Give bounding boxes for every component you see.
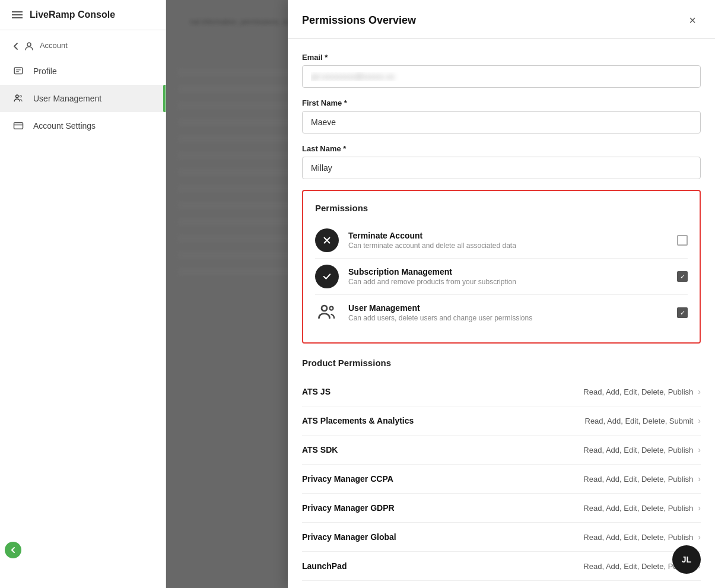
ats-sdk-perms: Read, Add, Edit, Delete, Publish › <box>583 445 701 454</box>
firstname-label: First Name * <box>302 98 701 107</box>
users-icon <box>316 302 338 323</box>
terminate-account-name: Terminate Account <box>348 231 668 240</box>
user-management-icon <box>12 92 25 105</box>
subscription-name: Subscription Management <box>348 267 668 276</box>
hamburger-icon[interactable] <box>12 11 23 18</box>
product-item-privacy-ccpa[interactable]: Privacy Manager CCPA Read, Add, Edit, De… <box>302 465 701 494</box>
user-mgmt-info: User Management Can add users, delete us… <box>348 303 668 322</box>
product-permissions-section: Product Permissions ATS JS Read, Add, Ed… <box>302 358 701 588</box>
subscription-management-icon <box>315 265 339 288</box>
sidebar-back-label: Account <box>24 41 68 52</box>
user-mgmt-checkbox[interactable] <box>677 307 688 318</box>
account-icon <box>24 41 34 52</box>
ats-sdk-chevron-icon: › <box>698 445 701 454</box>
sidebar-header: LiveRamp Console <box>0 0 166 30</box>
permissions-section: Permissions Terminate Account Can termin… <box>302 190 701 344</box>
privacy-gdpr-perms: Read, Add, Edit, Delete, Publish › <box>583 503 701 513</box>
privacy-ccpa-name: Privacy Manager CCPA <box>302 474 393 484</box>
sidebar-item-label-profile: Profile <box>33 66 57 76</box>
modal-header: Permissions Overview × <box>288 0 715 39</box>
profile-icon <box>12 65 25 78</box>
subscription-desc: Can add and remove products from your su… <box>348 278 668 286</box>
collapse-icon <box>9 546 17 554</box>
ats-js-name: ATS JS <box>302 387 331 396</box>
privacy-global-name: Privacy Manager Global <box>302 532 396 542</box>
permission-item-terminate-account: Terminate Account Can terminate account … <box>315 223 688 259</box>
ats-js-perms-text: Read, Add, Edit, Delete, Publish <box>583 387 693 396</box>
terminate-account-checkbox[interactable] <box>677 235 688 246</box>
firstname-input[interactable] <box>302 111 701 134</box>
sidebar: LiveRamp Console Account Profile User Ma… <box>0 0 166 588</box>
privacy-global-chevron-icon: › <box>698 532 701 542</box>
account-settings-icon <box>12 119 25 132</box>
privacy-gdpr-perms-text: Read, Add, Edit, Delete, Publish <box>583 504 693 513</box>
modal-overlay: Permissions Overview × Email * First Nam… <box>166 0 715 588</box>
product-item-ats-placements[interactable]: ATS Placements & Analytics Read, Add, Ed… <box>302 406 701 436</box>
sidebar-nav: Account Profile User Management Account … <box>0 30 166 144</box>
ats-placements-perms: Read, Add, Edit, Delete, Submit › <box>585 416 701 425</box>
user-mgmt-desc: Can add users, delete users and change u… <box>348 314 668 322</box>
product-item-privacy-gdpr[interactable]: Privacy Manager GDPR Read, Add, Edit, De… <box>302 494 701 523</box>
user-mgmt-perm-icon <box>315 301 339 325</box>
ats-placements-chevron-icon: › <box>698 416 701 425</box>
sidebar-item-profile[interactable]: Profile <box>0 58 166 85</box>
lastname-input[interactable] <box>302 157 701 179</box>
permission-item-subscription: Subscription Management Can add and remo… <box>315 259 688 295</box>
product-item-ats-sdk[interactable]: ATS SDK Read, Add, Edit, Delete, Publish… <box>302 436 701 465</box>
product-item-launchpad[interactable]: LaunchPad Read, Add, Edit, Delete, Publi… <box>302 552 701 581</box>
ats-sdk-name: ATS SDK <box>302 445 338 454</box>
svg-point-5 <box>20 96 21 97</box>
svg-point-0 <box>27 43 31 46</box>
checkmark-icon <box>322 271 332 282</box>
ats-placements-name: ATS Placements & Analytics <box>302 416 414 425</box>
ats-js-chevron-icon: › <box>698 387 701 396</box>
modal-title: Permissions Overview <box>302 14 416 27</box>
privacy-global-perms-text: Read, Add, Edit, Delete, Publish <box>583 533 693 542</box>
permissions-modal: Permissions Overview × Email * First Nam… <box>288 0 715 588</box>
privacy-global-perms: Read, Add, Edit, Delete, Publish › <box>583 532 701 542</box>
lastname-label: Last Name * <box>302 144 701 153</box>
ats-placements-perms-text: Read, Add, Edit, Delete, Submit <box>585 417 694 425</box>
product-permissions-title: Product Permissions <box>302 358 701 368</box>
product-item-preferencelink[interactable]: PreferenceLink Enterprise Read, Add, Edi… <box>302 581 701 588</box>
firstname-field-group: First Name * <box>302 98 701 134</box>
product-item-ats-js[interactable]: ATS JS Read, Add, Edit, Delete, Publish … <box>302 377 701 406</box>
sidebar-item-user-management[interactable]: User Management <box>0 85 166 112</box>
privacy-ccpa-perms: Read, Add, Edit, Delete, Publish › <box>583 474 701 484</box>
lastname-field-group: Last Name * <box>302 144 701 179</box>
ats-js-perms: Read, Add, Edit, Delete, Publish › <box>583 387 701 396</box>
svg-point-12 <box>322 306 327 311</box>
svg-rect-1 <box>14 68 23 74</box>
sidebar-back-account[interactable]: Account <box>0 35 166 58</box>
terminate-account-info: Terminate Account Can terminate account … <box>348 231 668 250</box>
privacy-gdpr-name: Privacy Manager GDPR <box>302 503 395 513</box>
sidebar-item-label-account-settings: Account Settings <box>33 121 96 131</box>
back-arrow-icon <box>12 42 20 50</box>
subscription-checkbox[interactable] <box>677 271 688 282</box>
user-avatar-initials: JL <box>682 555 691 564</box>
close-button[interactable]: × <box>684 12 701 28</box>
user-avatar-button[interactable]: JL <box>672 545 701 574</box>
x-icon <box>322 235 332 246</box>
terminate-account-desc: Can terminate account and delete all ass… <box>348 241 668 250</box>
svg-point-4 <box>16 95 19 98</box>
modal-body: Email * First Name * Last Name * Permiss… <box>288 39 715 588</box>
terminate-account-icon <box>315 228 339 252</box>
subscription-info: Subscription Management Can add and remo… <box>348 267 668 286</box>
svg-rect-6 <box>14 123 23 129</box>
sidebar-collapse-btn[interactable] <box>0 536 21 564</box>
main-content-area: nal information, permissions, sub... Per… <box>166 0 715 588</box>
svg-point-13 <box>330 307 333 310</box>
product-item-privacy-global[interactable]: Privacy Manager Global Read, Add, Edit, … <box>302 523 701 552</box>
permissions-section-title: Permissions <box>315 203 688 213</box>
sidebar-item-account-settings[interactable]: Account Settings <box>0 112 166 139</box>
privacy-ccpa-perms-text: Read, Add, Edit, Delete, Publish <box>583 475 693 484</box>
email-input[interactable] <box>302 65 701 88</box>
privacy-ccpa-chevron-icon: › <box>698 474 701 484</box>
privacy-gdpr-chevron-icon: › <box>698 503 701 513</box>
email-field-group: Email * <box>302 53 701 88</box>
user-mgmt-perm-name: User Management <box>348 303 668 313</box>
permission-item-user-mgmt: User Management Can add users, delete us… <box>315 295 688 330</box>
ats-sdk-perms-text: Read, Add, Edit, Delete, Publish <box>583 446 693 454</box>
launchpad-name: LaunchPad <box>302 561 347 571</box>
